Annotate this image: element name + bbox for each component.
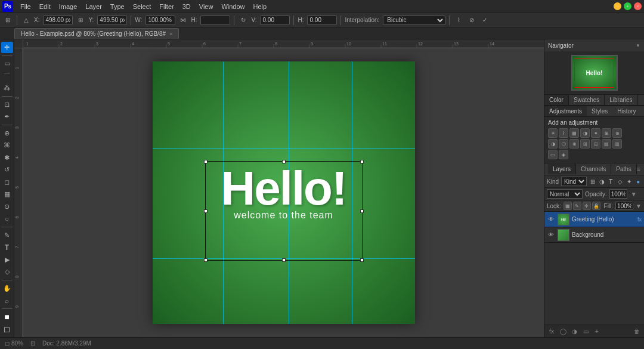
menu-3d[interactable]: 3D [179,2,194,11]
brush-tool[interactable]: ⌘ [1,140,13,151]
gradient-tool[interactable]: ▦ [1,189,13,200]
adj-color-lookup-icon[interactable]: ⊞ [580,139,590,149]
fill-arrow-icon[interactable]: ▼ [636,203,642,209]
layer-item-greeting[interactable]: 👁 Hi! Greeting (Hello) fx [544,212,644,227]
adj-invert-icon[interactable]: ⊟ [591,139,600,149]
layer-fx-icon-greeting[interactable]: fx [637,217,642,223]
adj-bw-icon[interactable]: ◑ [548,139,558,149]
maximize-button[interactable]: + [624,2,631,10]
tab-history[interactable]: History [612,106,640,116]
handle-bottom-right[interactable] [360,258,364,262]
hand-tool[interactable]: ✋ [1,283,13,294]
lock-all-icon[interactable]: 🔒 [592,202,600,210]
adj-channel-mixer-icon[interactable]: ⊕ [569,139,579,149]
tab-layers[interactable]: Layers [548,164,576,174]
layers-panel-menu-icon[interactable]: ≡ [637,166,640,172]
dodge-tool[interactable]: ○ [1,213,13,224]
eyedropper-tool[interactable]: ✒ [1,111,13,122]
add-adjustment-layer-icon[interactable]: ◑ [569,326,579,336]
crop-tool[interactable]: ⊡ [1,99,13,110]
kind-select[interactable]: Kind [561,177,587,186]
marquee-tool[interactable]: ▭ [1,58,13,69]
design-canvas[interactable]: Hello! welcome to the team [153,61,415,324]
tab-adjustments[interactable]: Adjustments [544,106,587,116]
h-input[interactable] [200,16,230,25]
cancel-transform-icon[interactable]: ⊘ [466,15,477,26]
type-tool[interactable]: T [1,242,13,253]
adj-levels-icon[interactable]: ▦ [569,128,579,138]
handle-top-left[interactable] [204,160,208,163]
lock-move-icon[interactable]: ✛ [583,202,591,210]
shape-tool[interactable]: ◇ [1,266,13,277]
layer-visibility-background[interactable]: 👁 [547,231,555,239]
handle-middle-left[interactable] [204,209,208,213]
navigator-collapse-icon[interactable]: ▼ [636,43,640,48]
minimize-button[interactable]: − [614,2,621,10]
layers-type-icon[interactable]: T [608,177,614,186]
menu-type[interactable]: Type [107,2,128,11]
menu-file[interactable]: File [17,2,35,11]
menu-select[interactable]: Select [129,2,155,11]
background-color[interactable]: □ [1,323,13,335]
blend-mode-select[interactable]: Normal Multiply Screen [547,189,583,199]
tab-color[interactable]: Color [544,95,569,105]
document-tab[interactable]: Hello - Example.psd @ 80% (Greeting (Hel… [14,28,179,39]
constrain-icon[interactable]: ⋈ [178,15,188,26]
menu-layer[interactable]: Layer [82,2,106,11]
link-icon[interactable]: ⊞ [75,15,86,26]
pen-tool[interactable]: ✎ [1,230,13,241]
tab-close-button[interactable]: × [169,31,172,37]
lock-transparent-icon[interactable]: ▦ [564,202,572,210]
layer-item-background[interactable]: 👁 Background [544,227,644,243]
healing-tool[interactable]: ⊕ [1,128,13,139]
eraser-tool[interactable]: ◻ [1,177,13,188]
warp-icon[interactable]: ⌇ [453,15,464,26]
layers-filter-icon[interactable]: ⊞ [589,177,596,186]
add-mask-icon[interactable]: ◯ [558,326,568,336]
adj-photo-filter-icon[interactable]: ⬡ [559,139,568,149]
create-layer-icon[interactable]: + [592,326,602,336]
interpolation-select[interactable]: Bicubic Bilinear Nearest Neighbor [383,16,445,25]
add-layer-style-icon[interactable]: fx [547,326,556,336]
opacity-arrow-icon[interactable]: ▼ [631,191,637,197]
menu-window[interactable]: Window [218,2,248,11]
tab-paths[interactable]: Paths [611,164,637,174]
y-input[interactable] [97,16,127,25]
clone-stamp-tool[interactable]: ✱ [1,152,13,163]
adj-hsl-icon[interactable]: ⊞ [602,128,611,138]
menu-view[interactable]: View [196,2,217,11]
lasso-tool[interactable]: ⌒ [1,70,13,82]
menu-image[interactable]: Image [55,2,81,11]
w-input[interactable] [145,16,175,25]
rotate-input[interactable] [260,16,290,25]
adj-exposure-icon[interactable]: ◑ [580,128,590,138]
foreground-color[interactable]: ■ [1,311,13,323]
adj-gradient-map-icon[interactable]: ▭ [548,150,558,159]
blur-tool[interactable]: ⊙ [1,201,13,212]
adj-color-balance-icon[interactable]: ⊛ [612,128,622,138]
handle-middle-right[interactable] [360,209,364,213]
tab-libraries[interactable]: Libraries [605,95,637,105]
lock-paint-icon[interactable]: ✎ [573,202,581,210]
fill-input[interactable] [615,202,633,210]
adj-brightness-icon[interactable]: ☀ [548,128,558,138]
layer-visibility-greeting[interactable]: 👁 [547,215,555,224]
menu-filter[interactable]: Filter [156,2,177,11]
path-selection-tool[interactable]: ▶ [1,254,13,265]
tab-styles[interactable]: Styles [587,106,612,116]
history-brush-tool[interactable]: ↺ [1,164,13,175]
layers-smart-icon[interactable]: ✦ [626,177,632,186]
menu-edit[interactable]: Edit [36,2,54,11]
menu-help[interactable]: Help [250,2,271,11]
adj-selective-color-icon[interactable]: ◈ [559,150,568,159]
delete-layer-icon[interactable]: 🗑 [632,326,642,336]
zoom-tool[interactable]: ⌕ [1,295,13,306]
handle-bottom-middle[interactable] [282,258,286,262]
tab-channels[interactable]: Channels [576,164,611,174]
adj-curves-icon[interactable]: ⌇ [559,128,568,138]
move-tool[interactable]: ✛ [1,42,13,53]
zoom-slider[interactable]: ⊡ [30,340,35,347]
canvas-area[interactable]: 1 2 3 4 5 6 7 8 9 10 11 [14,39,544,337]
tab-swatches[interactable]: Swatches [569,95,605,105]
adj-threshold-icon[interactable]: ▥ [612,139,622,149]
